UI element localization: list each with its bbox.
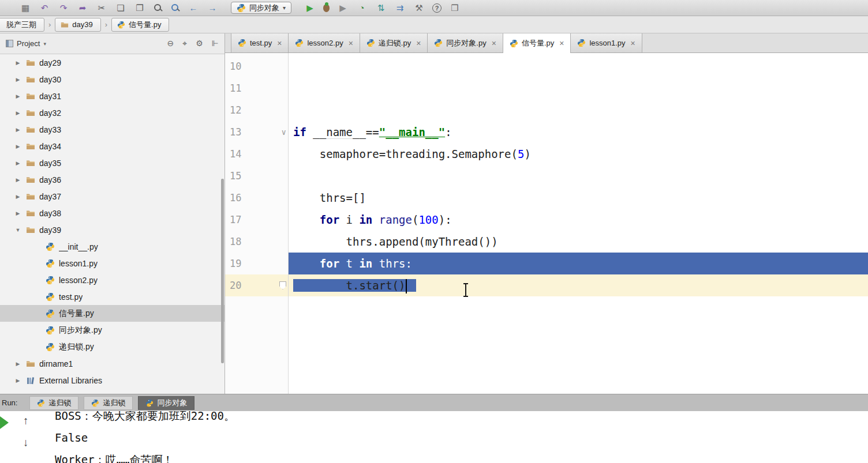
tree-item-test-py[interactable]: test.py [0, 288, 225, 305]
chevron-collapsed-icon[interactable]: ▶ [14, 160, 22, 166]
settings-gear-icon[interactable]: ⚙ [196, 39, 203, 48]
close-tab-icon[interactable]: × [349, 39, 353, 48]
fold-arrow-icon[interactable]: ∨ [282, 127, 286, 137]
code-line[interactable]: t.start() [289, 274, 868, 296]
chevron-expanded-icon[interactable]: ▼ [14, 227, 22, 233]
cut-icon[interactable]: ✂ [96, 3, 107, 13]
chevron-collapsed-icon[interactable]: ▶ [14, 378, 22, 383]
code-line[interactable] [289, 99, 868, 121]
step-icon[interactable]: ⇉ [394, 3, 406, 13]
chevron-collapsed-icon[interactable]: ▶ [14, 60, 22, 66]
run-coverage-icon[interactable]: ▶ [337, 3, 349, 13]
tree-item-day34[interactable]: ▶day34 [0, 138, 225, 155]
undo-icon[interactable]: ↶ [39, 3, 50, 13]
chevron-collapsed-icon[interactable]: ▶ [14, 93, 22, 99]
editor[interactable]: 10111213∨14151617181920 if __name__=="__… [225, 53, 868, 394]
tree-item-day30[interactable]: ▶day30 [0, 71, 225, 88]
chevron-collapsed-icon[interactable]: ▶ [14, 210, 22, 216]
code-area[interactable]: if __name__=="__main__": semaphore=threa… [289, 53, 868, 394]
tree-item-py[interactable]: 同步对象.py [0, 322, 225, 338]
back-icon[interactable]: ← [188, 3, 199, 13]
tree-item-day33[interactable]: ▶day33 [0, 121, 225, 138]
code-line[interactable]: for i in range(100): [289, 209, 868, 231]
code-line[interactable]: thrs.append(myThread()) [289, 231, 868, 253]
chevron-collapsed-icon[interactable]: ▶ [14, 177, 22, 183]
code-line[interactable]: if __name__=="__main__": [289, 121, 868, 143]
close-tab-icon[interactable]: × [492, 39, 496, 48]
find-icon[interactable] [153, 3, 163, 13]
console-output[interactable]: BOSS：今晚大家都要加班到22:00。FalseWorker：哎……命苦啊！ [46, 411, 868, 463]
close-tab-icon[interactable]: × [277, 39, 282, 48]
debug-icon[interactable] [323, 4, 330, 12]
copy-icon[interactable]: ❏ [115, 3, 126, 13]
tree-item-day35[interactable]: ▶day35 [0, 155, 225, 171]
clipboard-icon[interactable]: ❒ [449, 3, 461, 13]
chevron-collapsed-icon[interactable]: ▶ [14, 110, 22, 116]
redo-icon[interactable]: ↷ [58, 3, 69, 13]
editor-tab-lesson1-py[interactable]: lesson1.py× [571, 33, 642, 52]
code-line[interactable] [289, 55, 868, 77]
rerun-icon[interactable] [0, 416, 9, 429]
hide-panel-icon[interactable]: ⊩ [212, 39, 219, 48]
tree-item-py[interactable]: 递归锁.py [0, 338, 225, 355]
code-line[interactable]: thrs=[] [289, 187, 868, 209]
run-config-selector[interactable]: 同步对象 ▾ [231, 2, 291, 14]
chevron-collapsed-icon[interactable]: ▶ [14, 194, 22, 199]
chevron-down-icon[interactable]: ▾ [43, 41, 46, 47]
folder-icon [26, 159, 35, 168]
help-icon[interactable]: ? [432, 3, 442, 13]
tree-item-day37[interactable]: ▶day37 [0, 188, 225, 205]
run-tab-item[interactable]: 同步对象 [138, 396, 194, 410]
run-tab-item[interactable]: 递归锁 [84, 396, 133, 410]
share-icon[interactable]: ➦ [77, 3, 88, 13]
down-arrow-icon[interactable]: ↓ [23, 436, 29, 449]
tree-item-init-py[interactable]: __init__.py [0, 238, 225, 255]
project-scrollbar[interactable] [221, 179, 224, 363]
tree-item-external-libraries[interactable]: ▶External Libraries [0, 372, 225, 389]
profiler-icon[interactable]: ◔ [356, 3, 368, 13]
tree-item-lesson2-py[interactable]: lesson2.py [0, 272, 225, 288]
tree-item-day29[interactable]: ▶day29 [0, 54, 225, 71]
collapse-all-icon[interactable]: ⊖ [167, 39, 174, 48]
chevron-collapsed-icon[interactable]: ▶ [14, 144, 22, 149]
code-line[interactable] [289, 77, 868, 99]
breadcrumb-item-item[interactable]: 脱产三期 [0, 18, 44, 32]
tree-item-dirname1[interactable]: ▶dirname1 [0, 355, 225, 372]
close-tab-icon[interactable]: × [559, 39, 564, 48]
code-line[interactable]: for t in thrs: [289, 253, 868, 274]
up-arrow-icon[interactable]: ↑ [23, 415, 29, 427]
code-line[interactable] [289, 165, 868, 187]
tree-item-day38[interactable]: ▶day38 [0, 205, 225, 221]
tree-item-day39[interactable]: ▼day39 [0, 221, 225, 238]
editor-tab-py[interactable]: 信号量.py× [503, 33, 571, 53]
save-all-icon[interactable]: ▦ [20, 3, 31, 13]
scroll-from-source-icon[interactable]: ⌖ [182, 39, 187, 48]
chevron-collapsed-icon[interactable]: ▶ [14, 361, 22, 367]
paste-icon[interactable]: ❐ [134, 3, 145, 13]
run-tab-item[interactable]: 递归锁 [29, 396, 78, 410]
editor-tab-lesson2-py[interactable]: lesson2.py× [289, 33, 360, 52]
tree-item-day36[interactable]: ▶day36 [0, 171, 225, 188]
tree-item-day32[interactable]: ▶day32 [0, 104, 225, 121]
forward-icon[interactable]: → [207, 3, 218, 13]
chevron-collapsed-icon[interactable]: ▶ [14, 127, 22, 133]
tree-item-day31[interactable]: ▶day31 [0, 88, 225, 104]
code-line[interactable]: semaphore=threading.Semaphore(5) [289, 143, 868, 165]
editor-tab-py[interactable]: 同步对象.py× [428, 33, 503, 52]
project-panel-title[interactable]: Project [17, 39, 40, 48]
tree-item-lesson1-py[interactable]: lesson1.py [0, 255, 225, 272]
tree-item-py[interactable]: 信号量.py [0, 305, 225, 322]
breadcrumb-item-py[interactable]: 信号量.py [111, 18, 169, 32]
gutter-marker-icon[interactable] [279, 281, 286, 289]
replace-icon[interactable] [170, 3, 180, 13]
breadcrumb-item-day39[interactable]: day39 [55, 18, 100, 32]
close-tab-icon[interactable]: × [631, 39, 635, 48]
editor-tab-test-py[interactable]: test.py× [231, 33, 289, 52]
chevron-collapsed-icon[interactable]: ▶ [14, 77, 22, 82]
code-token [306, 126, 313, 138]
tools-icon[interactable]: ⚒ [413, 3, 425, 13]
update-running-icon[interactable]: ⇅ [375, 3, 387, 13]
close-tab-icon[interactable]: × [416, 39, 421, 48]
editor-tab-py[interactable]: 递归锁.py× [360, 33, 428, 52]
run-icon[interactable]: ▶ [304, 3, 316, 13]
